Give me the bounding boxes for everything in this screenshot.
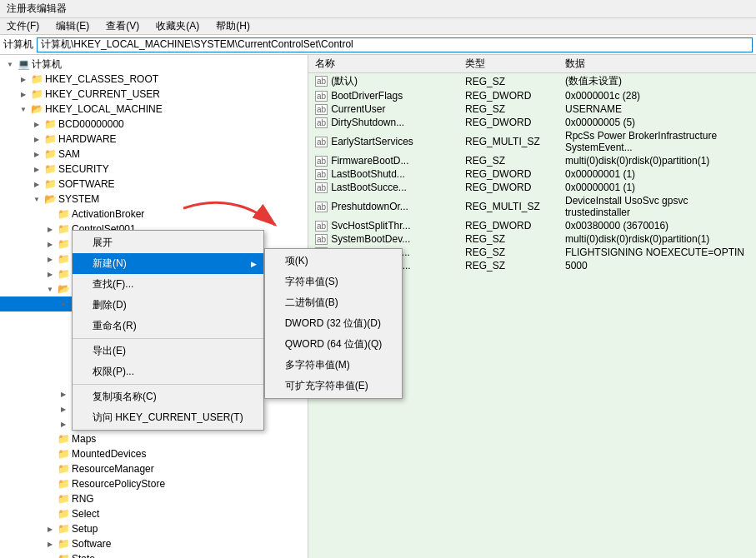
menu-edit[interactable]: 编辑(E) [53, 18, 93, 34]
registry-name: abBootDriverFlags [308, 89, 458, 102]
tree-toggle-bcd[interactable] [30, 117, 43, 131]
submenu-item[interactable]: 可扩充字符串值(E) [265, 376, 403, 396]
submenu-item[interactable]: 二进制值(B) [265, 292, 403, 313]
window-title: 注册表编辑器 [7, 2, 67, 16]
registry-row[interactable]: abBootDriverFlagsREG_DWORD0x0000001c (28… [308, 89, 756, 102]
folder-icon: 📁 [57, 537, 70, 551]
tree-item-rng[interactable]: 📁RNG [0, 491, 308, 506]
registry-row[interactable]: abEarlyStartServicesREG_MULTI_SZRpcSs Po… [308, 129, 756, 154]
tree-label-hkcr: HKEY_CLASSES_ROOT [43, 73, 158, 85]
tree-item-maps[interactable]: 📁Maps [0, 431, 308, 446]
tree-item-state[interactable]: 📁State [0, 551, 308, 558]
submenu-item[interactable]: 多字符串值(M) [265, 355, 403, 376]
tree-toggle-hardware2[interactable] [57, 402, 70, 416]
tree-toggle-system[interactable] [30, 192, 43, 206]
tree-toggle-hkcu[interactable] [17, 87, 30, 101]
tree-toggle-keyboard[interactable] [57, 417, 70, 431]
tree-toggle-computer[interactable] [3, 57, 17, 71]
tree-item-hklm[interactable]: 📂HKEY_LOCAL_MACHINE [0, 102, 308, 117]
submenu-item[interactable]: 字符串值(S) [265, 272, 403, 292]
tree-item-sam[interactable]: 📁SAM [0, 147, 308, 162]
tree-toggle-controlset001[interactable] [43, 222, 57, 236]
context-menu-item[interactable]: 重命名(R) [73, 316, 263, 336]
menu-help[interactable]: 帮助(H) [213, 18, 253, 34]
submenu-item[interactable]: QWORD (64 位值)(Q) [265, 334, 403, 355]
tree-item-setup[interactable]: 📁Setup [0, 521, 308, 536]
tree-toggle-hklm[interactable] [17, 102, 30, 116]
tree-toggle-software2[interactable] [43, 537, 57, 551]
tree-item-activationbroker[interactable]: 📁ActivationBroker [0, 207, 308, 222]
tree-item-computer[interactable]: 💻计算机 [0, 57, 308, 72]
context-menu-item[interactable]: 展开 [73, 232, 263, 253]
context-menu-item[interactable]: 权限(P)... [73, 361, 263, 382]
tree-toggle-software[interactable] [30, 177, 43, 191]
registry-data: RpcSs Power BrokerInfrastructure SystemE… [558, 129, 756, 154]
tree-item-security[interactable]: 📁SECURITY [0, 162, 308, 177]
registry-row[interactable]: abLastBootShutd...REG_DWORD0x00000001 (1… [308, 167, 756, 181]
tree-toggle-controlset003[interactable] [43, 252, 57, 266]
tree-item-system[interactable]: 📂SYSTEM [0, 192, 308, 207]
address-input[interactable] [37, 37, 753, 52]
tree-toggle-setup[interactable] [43, 522, 57, 536]
submenu-item[interactable]: DWORD (32 位值)(D) [265, 313, 403, 334]
registry-row[interactable]: abLastBootSucce...REG_DWORD0x00000001 (1… [308, 181, 756, 194]
registry-name: abFirmwareBootD... [308, 154, 458, 167]
registry-row[interactable]: ab(默认)REG_SZ(数值未设置) [308, 73, 756, 90]
tree-item-software2[interactable]: 📁Software [0, 536, 308, 551]
registry-row[interactable]: abPreshutdownOr...REG_MULTI_SZDeviceInst… [308, 194, 756, 219]
tree-toggle-currentcontrolset[interactable] [43, 282, 57, 296]
tree-toggle-hkcr[interactable] [17, 72, 30, 86]
context-menu-item[interactable]: 新建(N) [73, 253, 263, 274]
tree-toggle-control[interactable] [57, 297, 70, 311]
folder-icon: 📁 [57, 507, 70, 521]
tree-item-mounteddevices[interactable]: 📁MountedDevices [0, 446, 308, 461]
col-header-type: 类型 [458, 55, 558, 73]
tree-label-security: SECURITY [57, 163, 109, 175]
tree-toggle-sam[interactable] [30, 147, 43, 161]
context-menu: 展开新建(N)查找(F)...删除(D)重命名(R)导出(E)权限(P)...复… [72, 230, 264, 431]
tree-item-hkcr[interactable]: 📁HKEY_CLASSES_ROOT [0, 72, 308, 87]
tree-toggle-security[interactable] [30, 162, 43, 176]
registry-value-icon: ab [315, 76, 328, 87]
context-menu-item[interactable]: 访问 HKEY_CURRENT_USER(T) [73, 407, 263, 428]
folder-icon: 📁 [57, 552, 70, 558]
tree-label-hardware: HARDWARE [57, 133, 117, 145]
registry-row[interactable]: abCurrentUserREG_SZUSERNAME [308, 102, 756, 116]
registry-value-icon: ab [315, 91, 328, 102]
registry-value-icon: ab [315, 202, 328, 212]
tree-item-resourcemanager[interactable]: 📁ResourceManager [0, 461, 308, 476]
computer-icon: 💻 [17, 57, 30, 71]
tree-label-setup: Setup [70, 523, 98, 535]
registry-type: REG_DWORD [458, 181, 558, 194]
menu-separator [73, 384, 263, 385]
registry-data: 5000 [558, 259, 756, 272]
registry-row[interactable]: abFirmwareBootD...REG_SZmulti(0)disk(0)r… [308, 154, 756, 167]
tree-toggle-controlset002[interactable] [43, 237, 57, 251]
context-menu-item[interactable]: 复制项名称(C) [73, 386, 263, 407]
tree-toggle-drivers[interactable] [57, 387, 70, 401]
registry-row[interactable]: abDirtyShutdown...REG_DWORD0x00000005 (5… [308, 116, 756, 129]
folder-icon: 📁 [57, 252, 70, 266]
folder-icon: 📁 [57, 207, 70, 221]
submenu-item[interactable]: 项(K) [265, 251, 403, 272]
context-menu-item[interactable]: 查找(F)... [73, 274, 263, 295]
context-menu-item[interactable]: 导出(E) [73, 341, 263, 361]
tree-item-resourcepolicystore[interactable]: 📁ResourcePolicyStore [0, 476, 308, 491]
folder-icon: 📁 [57, 492, 70, 506]
tree-item-hardware[interactable]: 📁HARDWARE [0, 132, 308, 147]
menu-view[interactable]: 查看(V) [103, 18, 143, 34]
tree-item-bcd[interactable]: 📁BCD00000000 [0, 117, 308, 132]
tree-label-software2: Software [70, 538, 111, 550]
tree-item-software[interactable]: 📁SOFTWARE [0, 177, 308, 192]
menu-favorites[interactable]: 收藏夹(A) [153, 18, 203, 34]
tree-label-hkcu: HKEY_CURRENT_USER [43, 88, 160, 100]
title-bar: 注册表编辑器 [0, 0, 756, 18]
menu-file[interactable]: 文件(F) [3, 18, 43, 34]
registry-data: 0x00000001 (1) [558, 181, 756, 194]
tree-item-hkcu[interactable]: 📁HKEY_CURRENT_USER [0, 87, 308, 102]
tree-toggle-hardware[interactable] [30, 132, 43, 146]
tree-label-state: State [70, 553, 95, 558]
tree-toggle-controlset004[interactable] [43, 267, 57, 281]
tree-item-select[interactable]: 📁Select [0, 506, 308, 521]
context-menu-item[interactable]: 删除(D) [73, 295, 263, 316]
